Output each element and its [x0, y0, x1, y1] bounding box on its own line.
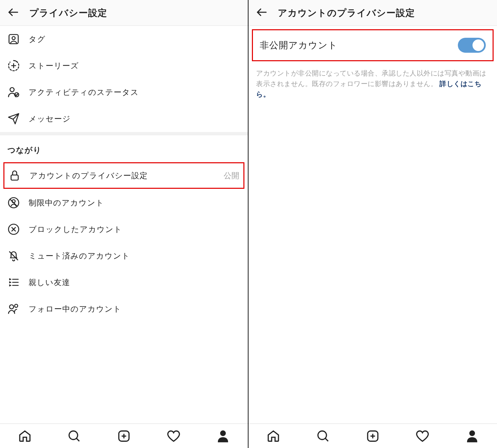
create-post-icon: [366, 429, 380, 443]
private-account-row[interactable]: 非公開アカウント: [252, 29, 494, 61]
item-label: タグ: [29, 34, 240, 45]
svg-line-22: [77, 438, 79, 441]
svg-point-19: [10, 305, 14, 309]
item-blocked[interactable]: ブロックしたアカウント: [0, 216, 248, 243]
profile-icon: [216, 429, 230, 443]
search-icon: [316, 429, 330, 443]
item-following[interactable]: フォロー中のアカウント: [0, 296, 248, 322]
item-tags[interactable]: タグ: [0, 26, 248, 52]
nav-search[interactable]: [316, 429, 331, 444]
item-label: 制限中のアカウント: [29, 198, 240, 208]
item-label: 親しい友達: [29, 277, 240, 288]
svg-point-2: [12, 37, 15, 40]
following-accounts-icon: [7, 303, 20, 315]
item-stories[interactable]: ストーリーズ: [0, 52, 248, 79]
muted-bell-icon: [7, 250, 20, 262]
heart-icon: [416, 429, 429, 443]
item-restricted[interactable]: 制限中のアカウント: [0, 189, 248, 216]
profile-icon: [465, 429, 479, 443]
message-send-icon: [7, 113, 20, 125]
blocked-x-icon: [7, 223, 20, 235]
nav-home[interactable]: [266, 429, 281, 444]
item-label: メッセージ: [29, 114, 240, 124]
item-label: アクティビティのステータス: [29, 87, 240, 98]
bottom-nav: [248, 424, 497, 448]
private-account-description: アカウントが非公開になっている場合、承認した人以外には写真や動画は表示されません…: [248, 65, 497, 100]
activity-status-icon: [7, 86, 20, 98]
nav-profile[interactable]: [215, 429, 230, 444]
item-messages[interactable]: メッセージ: [0, 105, 248, 132]
nav-home[interactable]: [17, 429, 32, 444]
page-title: プライバシー設定: [29, 7, 107, 19]
item-muted[interactable]: ミュート済みのアカウント: [0, 243, 248, 269]
private-account-toggle[interactable]: [458, 38, 486, 53]
svg-point-21: [69, 431, 78, 439]
private-account-label: 非公開アカウント: [260, 39, 338, 51]
bottom-nav: [0, 424, 248, 448]
svg-point-28: [318, 431, 326, 439]
item-label: フォロー中のアカウント: [29, 304, 240, 314]
content-area: 非公開アカウント アカウントが非公開になっている場合、承認した人以外には写真や動…: [248, 26, 497, 424]
item-close-friends[interactable]: 親しい友達: [0, 269, 248, 296]
back-button[interactable]: [255, 6, 268, 20]
svg-rect-8: [11, 175, 18, 180]
create-post-icon: [117, 429, 131, 443]
page-title: アカウントのプライバシー設定: [278, 7, 415, 19]
item-value: 公開: [224, 170, 239, 181]
heart-icon: [167, 429, 180, 443]
nav-search[interactable]: [67, 429, 82, 444]
back-button[interactable]: [7, 6, 20, 20]
privacy-settings-screen: プライバシー設定 タグ ストーリーズ アクティビティのステータス メ: [0, 0, 248, 448]
nav-activity[interactable]: [415, 429, 430, 444]
restricted-account-icon: [7, 197, 20, 209]
svg-point-5: [10, 88, 14, 92]
back-arrow-icon: [7, 6, 20, 19]
item-account-privacy[interactable]: アカウントのプライバシー設定 公開: [3, 162, 244, 189]
header: プライバシー設定: [0, 0, 248, 26]
tag-person-icon: [7, 33, 20, 45]
home-icon: [18, 429, 32, 443]
search-icon: [67, 429, 81, 443]
content-area: タグ ストーリーズ アクティビティのステータス メッセージ つながり: [0, 26, 248, 424]
section-header-connections: つながり: [0, 132, 248, 162]
item-label: ストーリーズ: [29, 61, 240, 71]
item-label: ブロックしたアカウント: [29, 224, 240, 235]
close-friends-icon: [7, 276, 20, 288]
item-activity-status[interactable]: アクティビティのステータス: [0, 79, 248, 105]
stories-add-icon: [7, 60, 20, 72]
header: アカウントのプライバシー設定: [248, 0, 497, 26]
nav-activity[interactable]: [166, 429, 181, 444]
home-icon: [267, 429, 280, 443]
nav-create[interactable]: [365, 429, 380, 444]
nav-create[interactable]: [116, 429, 131, 444]
svg-point-26: [220, 430, 226, 436]
lock-icon: [9, 169, 21, 182]
svg-rect-1: [9, 35, 18, 44]
item-label: ミュート済みのアカウント: [29, 251, 240, 261]
account-privacy-screen: アカウントのプライバシー設定 非公開アカウント アカウントが非公開になっている場…: [248, 0, 497, 448]
nav-profile[interactable]: [465, 429, 480, 444]
svg-point-33: [469, 430, 475, 436]
item-label: アカウントのプライバシー設定: [30, 170, 215, 181]
back-arrow-icon: [255, 6, 268, 19]
svg-point-20: [15, 304, 18, 308]
svg-line-29: [325, 438, 328, 441]
